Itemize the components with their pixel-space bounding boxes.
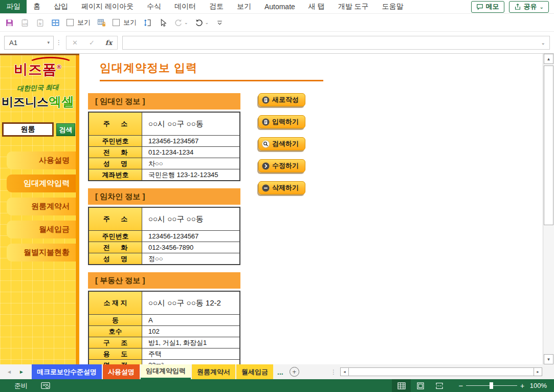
- scroll-left-icon[interactable]: ◄: [340, 367, 349, 376]
- search-button[interactable]: 검색하기: [258, 137, 305, 150]
- ribbon-tab-developer[interactable]: 개발 도구: [331, 0, 375, 13]
- row-value[interactable]: ○○시 ○○구 ○○동: [142, 113, 239, 135]
- delete-button[interactable]: 삭제하기: [258, 181, 305, 194]
- scroll-down-icon[interactable]: ▼: [544, 354, 553, 364]
- view-checkbox-1[interactable]: 보기: [67, 18, 91, 27]
- expand-formula-bar-icon[interactable]: ⌄: [541, 40, 549, 46]
- row-value[interactable]: 정○○: [142, 253, 239, 264]
- sheet-nav-prev-icon[interactable]: ◄: [3, 364, 15, 379]
- sidebar-item-lease-contract-input[interactable]: 임대계약입력: [7, 175, 76, 192]
- row-value[interactable]: 012-1234-1234: [142, 147, 239, 158]
- status-bar: 준비 − + 100%: [0, 379, 554, 392]
- zoom-level[interactable]: 100%: [527, 382, 554, 389]
- insert-function-icon[interactable]: fx: [100, 39, 117, 47]
- name-box[interactable]: A1 ▾: [4, 36, 54, 50]
- normal-view-icon[interactable]: [392, 379, 411, 392]
- accessibility-checker-icon[interactable]: [41, 382, 50, 389]
- sheet-tab-oneroom-contract[interactable]: 원룸계약서: [192, 364, 235, 379]
- row-value[interactable]: 123456-1234567: [142, 231, 239, 242]
- row-value[interactable]: ○○시 ○○구 ○○동: [142, 208, 239, 230]
- view-checkbox-2[interactable]: 보기: [113, 18, 137, 27]
- sheet-tab-usage-guide[interactable]: 사용설명: [103, 364, 140, 379]
- sheet-tabs: 매크로보안수준설명사용설명임대계약입력원룸계약서월세입금: [32, 364, 273, 379]
- add-sheet-button[interactable]: +: [290, 367, 299, 377]
- row-value[interactable]: 123456-1234567: [142, 136, 239, 146]
- select-cursor-icon[interactable]: [159, 18, 167, 27]
- sidebar-item-monthly-rent[interactable]: 월세입금: [7, 221, 76, 238]
- comments-button[interactable]: 메모: [471, 1, 504, 13]
- row-value[interactable]: 방1, 거실1, 화장실1: [142, 337, 239, 348]
- drag-handle-icon[interactable]: ⋮: [54, 39, 64, 46]
- share-button[interactable]: 공유 ⌄: [509, 1, 549, 13]
- sheet-tab-lease-contract-input[interactable]: 임대계약입력: [141, 364, 191, 379]
- ribbon-tab-help[interactable]: 도움말: [375, 0, 410, 13]
- drag-handle-icon[interactable]: ⋮: [330, 364, 337, 379]
- chevron-down-icon: ⌄: [540, 4, 544, 10]
- sheet-nav-next-icon[interactable]: ►: [15, 364, 28, 379]
- row-height-icon[interactable]: [143, 18, 152, 27]
- page-layout-view-icon[interactable]: [411, 379, 430, 392]
- protect-sheet-icon[interactable]: [97, 18, 106, 27]
- input-button[interactable]: 입력하기: [258, 115, 305, 128]
- sheet-tab-monthly-rent[interactable]: 월세입금: [236, 364, 273, 379]
- sidebar-item-oneroom-contract[interactable]: 원룸계약서: [7, 198, 76, 215]
- sheet-tabs-more[interactable]: ...: [277, 364, 283, 379]
- paste-values-icon[interactable]: 123: [20, 18, 29, 27]
- formula-input[interactable]: ⌄: [122, 36, 550, 50]
- search-icon: [262, 140, 270, 148]
- horizontal-scrollbar-track[interactable]: [349, 367, 534, 376]
- scroll-right-icon[interactable]: ►: [534, 367, 542, 376]
- zoom-out-button[interactable]: −: [456, 381, 466, 390]
- row-label: 주 소: [89, 113, 142, 135]
- dropdown-arrow-icon[interactable]: ▾: [47, 40, 53, 45]
- row-value[interactable]: A: [142, 315, 239, 325]
- cancel-icon[interactable]: ✕: [67, 39, 83, 47]
- freeze-panes-icon[interactable]: [51, 18, 60, 27]
- row-value[interactable]: 102: [142, 326, 239, 337]
- chevron-down-icon[interactable]: ⌄: [184, 20, 188, 25]
- chevron-down-icon[interactable]: ⌄: [205, 20, 209, 25]
- zoom-slider[interactable]: [466, 379, 517, 392]
- row-value[interactable]: 012-3456-7890: [142, 242, 239, 253]
- new-button[interactable]: 새로작성: [258, 93, 305, 106]
- sheet-tab-macro-security-guide[interactable]: 매크로보안수준설명: [32, 364, 102, 379]
- search-input[interactable]: 원룸: [2, 122, 54, 137]
- row-value[interactable]: 국민은행 123-12-12345: [142, 169, 239, 180]
- ribbon-tab-file[interactable]: 파일: [0, 0, 27, 13]
- ribbon-tab-review[interactable]: 검토: [203, 0, 230, 13]
- sidebar-item-monthly-payment-status[interactable]: 월별지불현황: [7, 244, 76, 262]
- save-icon[interactable]: [5, 18, 14, 27]
- view-checkbox-2-label: 보기: [123, 18, 137, 27]
- edit-button[interactable]: 수정하기: [258, 159, 305, 172]
- row-value[interactable]: 33m²: [142, 360, 239, 364]
- paste-formula-icon[interactable]: fx: [36, 18, 45, 27]
- sidebar-item-usage-guide[interactable]: 사용설명: [7, 151, 76, 169]
- ribbon-tab-insert[interactable]: 삽입: [47, 0, 75, 13]
- page-break-view-icon[interactable]: [430, 379, 449, 392]
- search-button[interactable]: 검색: [56, 123, 75, 136]
- checkbox-icon[interactable]: [113, 19, 120, 26]
- redo-button[interactable]: ⌄: [174, 18, 188, 27]
- row-value[interactable]: ○○시 ○○구 ○○동 12-2: [142, 292, 239, 314]
- ribbon-tab-page-layout[interactable]: 페이지 레이아웃: [75, 0, 140, 13]
- ribbon-tab-automate[interactable]: Automate: [258, 0, 302, 13]
- ribbon-tab-view[interactable]: 보기: [230, 0, 258, 13]
- vertical-scrollbar[interactable]: ▲ ▼: [543, 54, 554, 364]
- ribbon-tab-data[interactable]: 데이터: [168, 0, 203, 13]
- share-button-label: 공유: [524, 2, 537, 11]
- ribbon-tab-home[interactable]: 홈: [27, 0, 47, 13]
- row-value[interactable]: 차○○: [142, 158, 239, 169]
- checkbox-icon[interactable]: [67, 19, 74, 26]
- enter-icon[interactable]: ✓: [83, 39, 100, 47]
- horizontal-scrollbar[interactable]: ◄ ►: [340, 367, 542, 376]
- zoom-slider-thumb[interactable]: [490, 382, 493, 389]
- scroll-up-icon[interactable]: ▲: [544, 54, 553, 64]
- vertical-scrollbar-thumb[interactable]: [544, 66, 553, 225]
- svg-text:fx: fx: [39, 22, 42, 26]
- row-value[interactable]: 주택: [142, 349, 239, 359]
- toolbar-overflow-icon[interactable]: [215, 18, 224, 27]
- undo-button[interactable]: ⌄: [195, 18, 209, 27]
- ribbon-tab-new-tab[interactable]: 새 탭: [302, 0, 331, 13]
- ribbon-tab-formulas[interactable]: 수식: [140, 0, 168, 13]
- zoom-in-button[interactable]: +: [517, 382, 527, 390]
